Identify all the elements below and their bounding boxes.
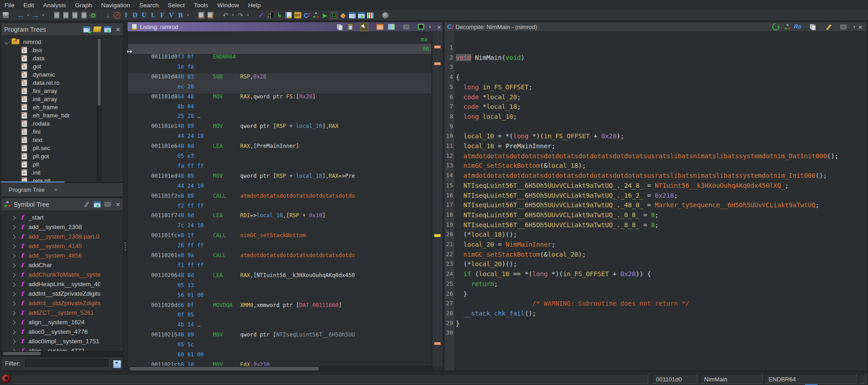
listing-line-001101d0-b1[interactable]: 1e fa xyxy=(128,62,432,72)
diff-view-icon[interactable] xyxy=(387,23,395,31)
tree-item-bss[interactable]: .bss xyxy=(1,46,42,54)
listing-line-001101f7[interactable]: 001101f7LEARDI=>local_18,[RSP + 0x10]48 … xyxy=(128,210,432,220)
bookmark-marker[interactable] xyxy=(434,45,441,49)
validate-icon[interactable]: ✓ xyxy=(257,11,265,20)
copy-special-icon[interactable] xyxy=(207,11,214,20)
tree-item-eh_frame[interactable]: .eh_frame xyxy=(1,103,58,111)
display-table-icon[interactable] xyxy=(83,25,91,34)
diamond-icon[interactable]: ◆ xyxy=(339,11,347,20)
copy-icon[interactable] xyxy=(335,23,344,31)
listing-line-001101d4-b1[interactable]: ec 28 xyxy=(128,82,432,92)
listing-line-00110201-b1[interactable]: f1 ff ff xyxy=(128,260,432,270)
listing-line-00110215-b2[interactable]: 60 01 00 xyxy=(128,350,432,360)
back-icon[interactable]: ← xyxy=(17,11,25,20)
decompile-line-28[interactable]: __stack_chk_fail(); xyxy=(456,308,536,318)
expand-chevron-icon[interactable] xyxy=(12,328,15,335)
listing-line-001101e1[interactable]: 001101e1MOVqword ptr [RSP + local_10],RA… xyxy=(128,121,432,131)
goto-symbol-icon[interactable] xyxy=(93,200,101,209)
cf-decompiler-icon[interactable]: Cf xyxy=(303,11,311,20)
symbol-item[interactable]: faddInt__stdZprivateZdigitsu xyxy=(1,289,100,298)
diff-table-icon[interactable] xyxy=(376,23,384,31)
decompile-line-14[interactable]: atmdotdotatsdotdotatsdotdotatsdotdotatsd… xyxy=(456,171,827,180)
go-to-icon[interactable]: ↓ xyxy=(104,11,112,20)
symbol-item[interactable]: fadd__system_4856 xyxy=(1,251,82,260)
menu-file[interactable]: File xyxy=(5,2,15,9)
listing-line-001101e6[interactable]: 001101e6LEARAX,[PreMainInner]48 8d xyxy=(128,141,432,151)
program-tree-scrollbar[interactable] xyxy=(97,38,102,182)
listing-line-001101ed[interactable]: 001101edMOVqword ptr [RSP + local_18],RA… xyxy=(128,171,432,181)
expand-chevron-icon[interactable] xyxy=(12,252,15,259)
listing-line-00110215[interactable]: 00110215MOVqword ptr [NTIseqLuint56T__6H… xyxy=(128,330,432,340)
snapshot-icon[interactable] xyxy=(839,23,848,31)
bookmark-marker[interactable] xyxy=(434,342,441,345)
variable-button[interactable]: V xyxy=(168,11,175,20)
decompile-line-29[interactable]: } xyxy=(456,318,459,328)
symbol-item[interactable]: faddChar xyxy=(1,260,52,270)
tree-item-rodata[interactable]: .rodata xyxy=(1,119,49,127)
decompile-line-2[interactable]: void NimMain(void) xyxy=(456,53,525,63)
expand-chevron-icon[interactable] xyxy=(12,290,15,297)
decompile-line-23[interactable]: (*local_20)(); xyxy=(456,259,517,269)
function-button[interactable]: F xyxy=(158,11,166,20)
undo-dropdown[interactable]: ▾ xyxy=(231,11,235,20)
symbol-item[interactable]: falloc0__system_4776 xyxy=(1,327,88,336)
expand-chevron-icon[interactable] xyxy=(12,243,15,249)
menu-help[interactable]: Help xyxy=(248,2,261,9)
cursor-tool-icon[interactable] xyxy=(360,23,368,31)
bookmark-marker[interactable] xyxy=(434,234,441,237)
menu-navigation[interactable]: Navigation xyxy=(101,2,130,9)
symbol-item[interactable]: falign__system_1624 xyxy=(1,317,84,327)
listing-line-001101f2[interactable]: 001101f2CALLatmdotdotatsdotdotatsdotdota… xyxy=(128,191,432,201)
symbol-item[interactable]: fadd__system_4145 xyxy=(1,241,82,251)
forward-dropdown[interactable]: ▾ xyxy=(41,11,45,20)
expand-chevron-icon[interactable] xyxy=(12,309,15,316)
menu-window[interactable]: Window xyxy=(217,2,239,9)
tree-item-pltsec[interactable]: .plt.sec xyxy=(1,144,50,152)
refresh-icon[interactable] xyxy=(772,23,780,31)
listing-line-001101d0[interactable]: 001101d0ENDBR64f3 0f xyxy=(128,52,432,62)
symbol-item[interactable]: faddHeapLink__system_4039 xyxy=(1,279,100,289)
close-icon[interactable]: × xyxy=(114,200,122,209)
tree-item-dynamic[interactable]: .dynamic xyxy=(1,70,55,78)
close-icon[interactable]: × xyxy=(435,23,443,31)
tab-close-icon[interactable]: × xyxy=(54,183,58,196)
label-button[interactable]: L xyxy=(149,11,157,20)
listing-line-0011020d-b1[interactable]: 6f 05 xyxy=(128,310,432,320)
tree-item-fini[interactable]: .fini xyxy=(1,127,40,136)
patch-instruction-icon[interactable] xyxy=(53,11,60,20)
filter-input[interactable] xyxy=(25,359,109,368)
undefine-button[interactable]: U xyxy=(140,11,148,20)
filter-icon[interactable] xyxy=(113,360,121,368)
expand-chevron-icon[interactable] xyxy=(12,224,15,230)
listing-line-001101fc[interactable]: 001101fcCALLnimGC_setStackBottome8 1f xyxy=(128,230,432,240)
memory-map-icon[interactable] xyxy=(330,11,338,20)
paste-icon[interactable] xyxy=(346,23,354,31)
menu-analysis[interactable]: Analysis xyxy=(43,2,66,9)
decompile-line-10[interactable]: local_10 = *(long *)(in_FS_OFFSET + 0x28… xyxy=(456,131,624,141)
decompile-line-16[interactable]: NTIseqLuint56T__6H5Oh5UUvVCLiakt9aTwtUQ_… xyxy=(456,190,678,200)
tree-item-text[interactable]: .text xyxy=(1,136,43,144)
decompile-line-6[interactable]: code *local_20; xyxy=(456,92,521,102)
listing-line-001101d8-b1[interactable]: 8b 04 xyxy=(128,102,432,112)
tree-item-fini_array[interactable]: .fini_array xyxy=(1,87,57,95)
listing-line-001101d8[interactable]: 001101d8MOVRAX,qword ptr FS:[0x28]64 48 xyxy=(128,92,432,102)
forward-icon[interactable]: → xyxy=(32,11,39,20)
listing-line-001101e6-b2[interactable]: fa ff ff xyxy=(128,161,432,171)
run-script-icon[interactable]: ▶ xyxy=(321,11,329,20)
patch-import-icon[interactable] xyxy=(71,11,79,20)
reorder-badge[interactable]: Ro xyxy=(794,23,802,31)
binary-view-icon[interactable]: 1001 xyxy=(266,11,274,20)
edit-icon[interactable] xyxy=(825,23,833,31)
copy-icon[interactable] xyxy=(809,23,817,31)
symbol-item[interactable]: faddChunkToMatrix__system xyxy=(1,270,100,279)
data-table-icon[interactable] xyxy=(348,11,356,20)
edit-icon[interactable] xyxy=(83,200,91,209)
decompile-line-19[interactable]: NTIseqLuint56T__6H5Oh5UUvVCLiakt9aTwtUQ_… xyxy=(456,220,659,230)
tree-item-plt[interactable]: .plt xyxy=(1,160,39,168)
listing-line-0011020d-b2[interactable]: 4b 14 … xyxy=(128,320,432,330)
menu-tools[interactable]: Tools xyxy=(194,2,208,9)
decompile-line-8[interactable]: long local_10; xyxy=(456,112,517,122)
tree-item-got[interactable]: .got xyxy=(1,62,41,70)
snapshot-icon[interactable] xyxy=(402,23,410,31)
listing-line-001101d4[interactable]: 001101d4SUBRSP,0x2848 83 xyxy=(128,72,432,82)
